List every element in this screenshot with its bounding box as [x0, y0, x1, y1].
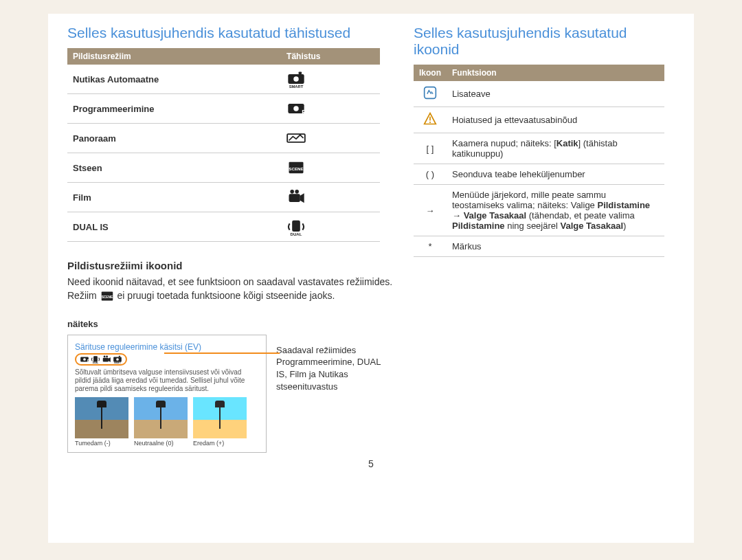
movie-icon: [281, 183, 380, 212]
example-side-note: Saadaval režiimides Programmeerimine, DU…: [276, 335, 393, 392]
table-row: StseenSCENE: [67, 153, 380, 183]
example-row: Särituse reguleerimine käsitsi (EV) PDUA…: [67, 335, 393, 453]
mode-label: Nutikas Automaatne: [67, 65, 281, 94]
thumb-caption: Neutraalne (0): [134, 440, 188, 447]
svg-rect-23: [103, 358, 109, 362]
svg-rect-2: [299, 72, 302, 75]
mode-strip: PDUALSMART: [75, 353, 127, 366]
example-label: näiteks: [67, 319, 393, 329]
mode-table-head-mark: Tähistus: [281, 48, 380, 65]
thumb-caption: Eredam (+): [193, 440, 247, 447]
row-text: Kaamera nupud; näiteks: [Katik] (tähista…: [447, 133, 664, 164]
row-text: Menüüde järjekord, mille peate sammu teo…: [447, 185, 664, 236]
svg-rect-10: [289, 194, 300, 202]
thumb-neutral: Neutraalne (0): [134, 397, 188, 447]
svg-text:DUAL: DUAL: [291, 232, 302, 236]
thumb-caption: Tumedam (-): [75, 440, 128, 447]
mode-label: Panoraam: [67, 124, 281, 153]
table-row: Lisateave: [414, 81, 664, 107]
svg-text:SMART: SMART: [289, 85, 304, 89]
smart-icon: SMART: [281, 65, 380, 94]
mode-table-head-mode: Pildistusrežiim: [67, 48, 281, 65]
svg-rect-14: [292, 221, 300, 232]
table-row: Panoraam: [67, 124, 380, 153]
info-icon: [414, 81, 447, 107]
table-row: Hoiatused ja ettevaatusabinõud: [414, 107, 664, 133]
example-desc: Sõltuvalt ümbritseva valguse intensiivsu…: [75, 368, 259, 393]
svg-rect-21: [93, 356, 98, 361]
mode-icons-subheading: Pildistusrežiimi ikoonid: [67, 260, 393, 271]
svg-marker-24: [109, 357, 111, 362]
row-icon: →: [414, 185, 447, 236]
example-title: Särituse reguleerimine käsitsi (EV): [75, 342, 259, 352]
row-icon: ( ): [414, 164, 447, 185]
svg-point-1: [293, 76, 298, 81]
row-text: Seonduva teabe leheküljenumber: [447, 164, 664, 185]
right-column: Selles kasutusjuhendis kasutatud ikoonid…: [414, 25, 675, 453]
row-text: Lisateave: [447, 81, 664, 107]
movie-icon: [101, 355, 112, 363]
svg-point-28: [116, 358, 119, 361]
table-row: →Menüüde järjekord, mille peate sammu te…: [414, 185, 664, 236]
thumb-image: [75, 397, 128, 438]
thumb-brighter: Eredam (+): [193, 397, 247, 447]
mode-label: Programmeerimine: [67, 94, 281, 124]
mode-table: Pildistusrežiim Tähistus Nutikas Automaa…: [67, 48, 380, 242]
svg-point-19: [83, 358, 86, 361]
thumb-darker: Tumedam (-): [75, 397, 128, 447]
svg-text:P: P: [302, 109, 306, 115]
row-text: Märkus: [447, 236, 664, 257]
body-post: ei pruugi toetada funktsioone kõigi stse…: [117, 290, 335, 301]
right-heading: Selles kasutusjuhendis kasutatud ikoonid: [414, 25, 675, 58]
left-column: Selles kasutusjuhendis kasutatud tähistu…: [67, 25, 393, 453]
table-row: Nutikas AutomaatneSMART: [67, 65, 380, 94]
mode-label: Film: [67, 183, 281, 212]
svg-point-34: [429, 122, 431, 123]
table-row: DUAL ISDUAL: [67, 212, 380, 242]
manual-page: Selles kasutusjuhendis kasutatud tähistu…: [48, 14, 694, 543]
mode-label: DUAL IS: [67, 212, 281, 242]
mode-label: Stseen: [67, 153, 281, 183]
svg-text:SCENE: SCENE: [101, 295, 113, 299]
svg-point-12: [290, 190, 294, 194]
thumb-row: Tumedam (-) Neutraalne (0) Eredam (+): [75, 397, 259, 447]
warn-icon: [414, 107, 447, 133]
svg-point-25: [104, 356, 106, 358]
svg-text:SMART: SMART: [114, 362, 122, 365]
left-heading: Selles kasutusjuhendis kasutatud tähistu…: [67, 25, 393, 41]
svg-point-26: [106, 356, 108, 358]
table-row: Film: [67, 183, 380, 212]
svg-point-5: [293, 106, 298, 111]
thumb-image: [134, 397, 188, 438]
scene-icon: SCENE: [281, 153, 380, 183]
smart-icon: SMART: [112, 355, 123, 363]
dual-icon: DUAL: [90, 355, 101, 363]
program-icon: P: [281, 94, 380, 124]
svg-point-13: [295, 190, 299, 194]
row-icon: [ ]: [414, 133, 447, 164]
svg-text:DUAL: DUAL: [93, 362, 99, 365]
thumb-image: [193, 397, 247, 438]
dual-icon: DUAL: [281, 212, 380, 242]
svg-rect-29: [119, 356, 120, 357]
callout-connector: [164, 352, 280, 354]
icon-table: Ikoon Funktsioon LisateaveHoiatused ja e…: [414, 65, 664, 257]
row-text: Hoiatused ja ettevaatusabinõud: [447, 107, 664, 133]
icon-table-head-func: Funktsioon: [447, 65, 664, 81]
table-row: [ ]Kaamera nupud; näiteks: [Katik] (tähi…: [414, 133, 664, 164]
table-row: *Märkus: [414, 236, 664, 257]
panorama-icon: [281, 124, 380, 153]
icon-table-head-icon: Ikoon: [414, 65, 447, 81]
svg-text:SCENE: SCENE: [289, 166, 303, 171]
svg-text:P: P: [87, 359, 89, 363]
table-row: ( )Seonduva teabe leheküljenumber: [414, 164, 664, 185]
scene-icon: SCENE: [100, 290, 115, 301]
mode-icons-body: Need ikoonid näitavad, et see funktsioon…: [67, 276, 393, 304]
program-icon: P: [79, 355, 90, 363]
table-row: ProgrammeerimineP: [67, 94, 380, 124]
svg-marker-11: [300, 193, 304, 203]
example-box: Särituse reguleerimine käsitsi (EV) PDUA…: [67, 335, 267, 453]
page-number: 5: [67, 458, 675, 469]
two-column-layout: Selles kasutusjuhendis kasutatud tähistu…: [67, 25, 675, 453]
row-icon: *: [414, 236, 447, 257]
